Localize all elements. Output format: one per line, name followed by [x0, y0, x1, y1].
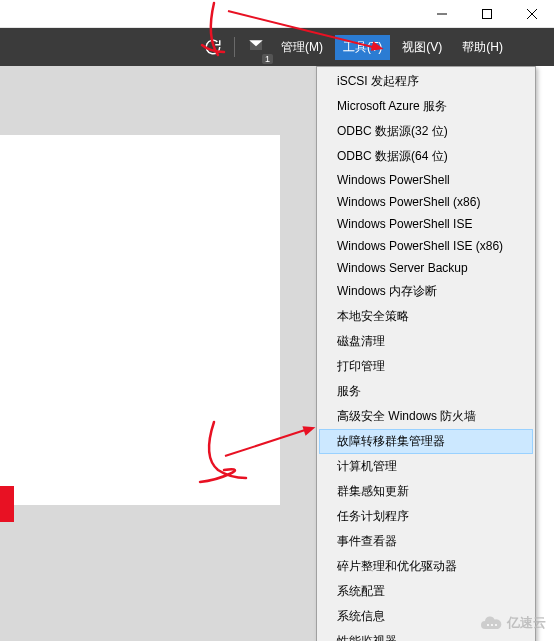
menu-view[interactable]: 视图(V) — [394, 35, 450, 60]
dropdown-item-21[interactable]: 系统配置 — [319, 579, 533, 604]
close-button[interactable] — [509, 0, 554, 28]
dropdown-item-12[interactable]: 打印管理 — [319, 354, 533, 379]
maximize-button[interactable] — [464, 0, 509, 28]
dropdown-item-19[interactable]: 事件查看器 — [319, 529, 533, 554]
dropdown-item-7[interactable]: Windows PowerShell ISE (x86) — [319, 235, 533, 257]
menubar: 1 管理(M) 工具(T) 视图(V) 帮助(H) — [0, 28, 554, 66]
red-marker — [0, 486, 14, 522]
dropdown-item-3[interactable]: ODBC 数据源(64 位) — [319, 144, 533, 169]
dropdown-item-5[interactable]: Windows PowerShell (x86) — [319, 191, 533, 213]
annotation-scribble-mid — [190, 420, 250, 495]
dropdown-item-8[interactable]: Windows Server Backup — [319, 257, 533, 279]
dropdown-item-11[interactable]: 磁盘清理 — [319, 329, 533, 354]
dropdown-item-13[interactable]: 服务 — [319, 379, 533, 404]
dropdown-item-17[interactable]: 群集感知更新 — [319, 479, 533, 504]
minimize-button[interactable] — [419, 0, 464, 28]
dropdown-item-9[interactable]: Windows 内存诊断 — [319, 279, 533, 304]
dropdown-item-4[interactable]: Windows PowerShell — [319, 169, 533, 191]
menu-manage[interactable]: 管理(M) — [273, 35, 331, 60]
annotation-scribble-top — [200, 0, 250, 65]
dropdown-item-2[interactable]: ODBC 数据源(32 位) — [319, 119, 533, 144]
notification-badge: 1 — [262, 54, 273, 64]
dropdown-item-1[interactable]: Microsoft Azure 服务 — [319, 94, 533, 119]
watermark: 亿速云 — [479, 611, 546, 635]
dropdown-item-0[interactable]: iSCSI 发起程序 — [319, 69, 533, 94]
dropdown-item-18[interactable]: 任务计划程序 — [319, 504, 533, 529]
svg-point-6 — [495, 624, 497, 626]
dropdown-item-15[interactable]: 故障转移群集管理器 — [319, 429, 533, 454]
dropdown-item-16[interactable]: 计算机管理 — [319, 454, 533, 479]
svg-point-4 — [487, 624, 489, 626]
dropdown-item-14[interactable]: 高级安全 Windows 防火墙 — [319, 404, 533, 429]
dropdown-item-10[interactable]: 本地安全策略 — [319, 304, 533, 329]
dropdown-item-20[interactable]: 碎片整理和优化驱动器 — [319, 554, 533, 579]
svg-point-5 — [491, 624, 493, 626]
cloud-icon — [479, 611, 503, 635]
watermark-text: 亿速云 — [507, 614, 546, 632]
menu-help[interactable]: 帮助(H) — [454, 35, 511, 60]
tools-dropdown: iSCSI 发起程序Microsoft Azure 服务ODBC 数据源(32 … — [316, 66, 536, 641]
dropdown-item-6[interactable]: Windows PowerShell ISE — [319, 213, 533, 235]
svg-rect-1 — [482, 9, 491, 18]
